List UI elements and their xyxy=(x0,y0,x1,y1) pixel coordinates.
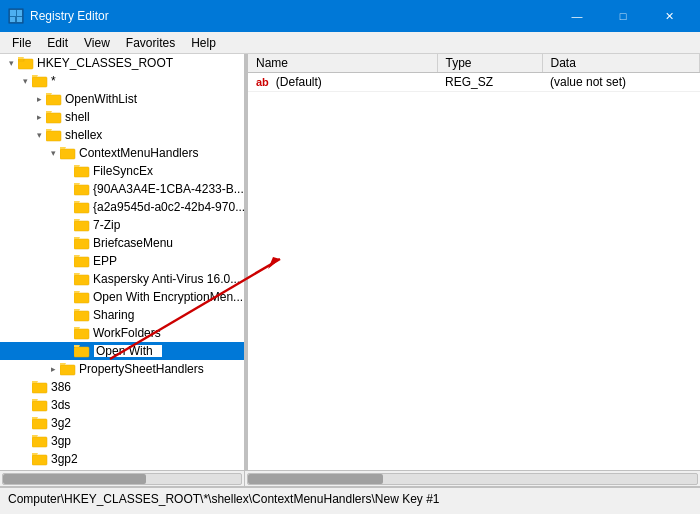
svg-marker-35 xyxy=(74,309,80,311)
expand-propertysheethandlers[interactable]: ▸ xyxy=(46,362,60,376)
expand-shell[interactable]: ▸ xyxy=(32,110,46,124)
folder-icon-3gp2 xyxy=(32,452,48,466)
tree-pane[interactable]: ▾ HKEY_CLASSES_ROOT ▾ * ▸ OpenWit xyxy=(0,54,245,470)
tree-label-briefcasemenu: BriefcaseMenu xyxy=(93,236,173,250)
maximize-button[interactable]: □ xyxy=(600,0,646,32)
tree-item-contextmenuhandlers[interactable]: ▾ ContextMenuHandlers xyxy=(0,144,244,162)
right-hscroll-thumb[interactable] xyxy=(248,474,383,484)
svg-marker-29 xyxy=(74,255,80,257)
svg-rect-6 xyxy=(18,59,24,61)
tree-item-openwithencryption[interactable]: Open With EncryptionMen... xyxy=(0,288,244,306)
folder-icon-epp xyxy=(74,254,90,268)
tree-label-workfolders: WorkFolders xyxy=(93,326,161,340)
folder-icon-workfolders xyxy=(74,326,90,340)
svg-rect-8 xyxy=(32,77,47,87)
expand-contextmenuhandlers[interactable]: ▾ xyxy=(46,146,60,160)
svg-marker-17 xyxy=(60,147,66,149)
folder-icon-3gp xyxy=(32,434,48,448)
svg-rect-48 xyxy=(32,437,47,447)
svg-rect-42 xyxy=(32,383,47,393)
tree-label-contextmenuhandlers: ContextMenuHandlers xyxy=(79,146,198,160)
svg-rect-24 xyxy=(74,221,89,231)
tree-label-sharing: Sharing xyxy=(93,308,134,322)
tree-item-3gp[interactable]: 3gp xyxy=(0,432,244,450)
svg-marker-31 xyxy=(74,273,80,275)
tree-item-propertysheethandlers[interactable]: ▸ PropertySheetHandlers xyxy=(0,360,244,378)
svg-marker-45 xyxy=(32,399,38,401)
tree-item-7zip[interactable]: 7-Zip xyxy=(0,216,244,234)
title-left: Registry Editor xyxy=(8,8,109,24)
tree-item-shellex[interactable]: ▾ shellex xyxy=(0,126,244,144)
tree-label-386: 386 xyxy=(51,380,71,394)
title-text: Registry Editor xyxy=(30,9,109,23)
tree-item-star[interactable]: ▾ * xyxy=(0,72,244,90)
tree-item-90aa3a4e[interactable]: {90AA3A4E-1CBA-4233-B... xyxy=(0,180,244,198)
svg-rect-16 xyxy=(60,149,75,159)
menu-favorites[interactable]: Favorites xyxy=(118,34,183,52)
tree-item-a2a9545d[interactable]: {a2a9545d-a0c2-42b4-970... xyxy=(0,198,244,216)
svg-rect-3 xyxy=(10,17,15,22)
col-header-name[interactable]: Name xyxy=(248,54,437,73)
tree-item-hkey-classes-root[interactable]: ▾ HKEY_CLASSES_ROOT xyxy=(0,54,244,72)
tree-item-kaspersky[interactable]: Kaspersky Anti-Virus 16.0... xyxy=(0,270,244,288)
folder-icon-contextmenuhandlers xyxy=(60,146,76,160)
expand-openwithlist[interactable]: ▸ xyxy=(32,92,46,106)
folder-icon-sharing xyxy=(74,308,90,322)
tree-item-386[interactable]: 386 xyxy=(0,378,244,396)
tree-item-filesyncex[interactable]: FileSyncEx xyxy=(0,162,244,180)
tree-item-3gp2[interactable]: 3gp2 xyxy=(0,450,244,468)
folder-icon-openwith xyxy=(74,344,90,358)
minimize-button[interactable]: — xyxy=(554,0,600,32)
tree-hscroll-thumb[interactable] xyxy=(3,474,146,484)
svg-rect-34 xyxy=(74,311,89,321)
svg-marker-21 xyxy=(74,183,80,185)
reg-name-label: (Default) xyxy=(276,75,322,89)
tree-label-a2a9545d: {a2a9545d-a0c2-42b4-970... xyxy=(93,200,245,214)
tree-label-kaspersky: Kaspersky Anti-Virus 16.0... xyxy=(93,272,240,286)
col-header-data[interactable]: Data xyxy=(542,54,700,73)
folder-icon-3g2 xyxy=(32,416,48,430)
folder-icon-3ds xyxy=(32,398,48,412)
tree-label-3ds: 3ds xyxy=(51,398,70,412)
tree-hscroll[interactable] xyxy=(2,473,242,485)
tree-item-3ds[interactable]: 3ds xyxy=(0,396,244,414)
table-row: ab (Default) REG_SZ (value not set) xyxy=(248,73,700,92)
folder-icon-star xyxy=(32,74,48,88)
tree-item-openwith[interactable] xyxy=(0,342,244,360)
folder-icon-a2a9545d xyxy=(74,200,90,214)
svg-rect-38 xyxy=(74,347,89,357)
menu-file[interactable]: File xyxy=(4,34,39,52)
expand-hkey-classes-root[interactable]: ▾ xyxy=(4,56,18,70)
status-path: Computer\HKEY_CLASSES_ROOT\*\shellex\Con… xyxy=(8,492,440,506)
svg-rect-50 xyxy=(32,455,47,465)
tree-item-3g2[interactable]: 3g2 xyxy=(0,414,244,432)
right-hscroll[interactable] xyxy=(247,473,698,485)
svg-rect-20 xyxy=(74,185,89,195)
title-bar: Registry Editor — □ ✕ xyxy=(0,0,700,32)
menu-view[interactable]: View xyxy=(76,34,118,52)
menu-edit[interactable]: Edit xyxy=(39,34,76,52)
svg-rect-26 xyxy=(74,239,89,249)
svg-marker-33 xyxy=(74,291,80,293)
svg-marker-11 xyxy=(46,93,52,95)
tree-label-openwithlist: OpenWithList xyxy=(65,92,137,106)
expand-shellex[interactable]: ▾ xyxy=(32,128,46,142)
svg-marker-39 xyxy=(74,345,80,347)
col-header-type[interactable]: Type xyxy=(437,54,542,73)
right-scroll-area xyxy=(245,471,700,486)
reg-name-cell[interactable]: ab (Default) xyxy=(248,73,437,92)
scrollbar-area xyxy=(0,471,700,487)
tree-item-briefcasemenu[interactable]: BriefcaseMenu xyxy=(0,234,244,252)
menu-help[interactable]: Help xyxy=(183,34,224,52)
tree-rename-input[interactable] xyxy=(93,344,163,358)
svg-rect-28 xyxy=(74,257,89,267)
tree-item-epp[interactable]: EPP xyxy=(0,252,244,270)
tree-item-shell[interactable]: ▸ shell xyxy=(0,108,244,126)
svg-rect-36 xyxy=(74,329,89,339)
tree-item-openwithlist[interactable]: ▸ OpenWithList xyxy=(0,90,244,108)
tree-item-workfolders[interactable]: WorkFolders xyxy=(0,324,244,342)
close-button[interactable]: ✕ xyxy=(646,0,692,32)
tree-item-sharing[interactable]: Sharing xyxy=(0,306,244,324)
svg-rect-10 xyxy=(46,95,61,105)
expand-star[interactable]: ▾ xyxy=(18,74,32,88)
